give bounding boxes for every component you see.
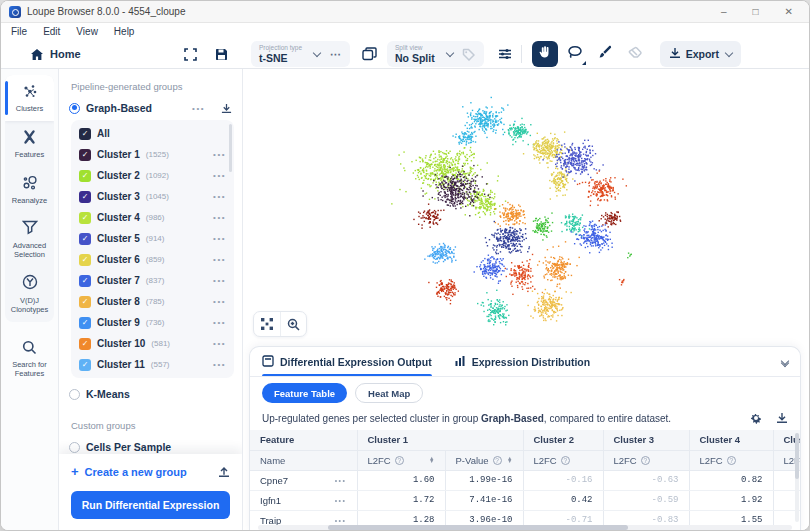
cell-value: -0.16: [523, 470, 603, 490]
cluster-menu-icon[interactable]: •••: [213, 150, 226, 159]
cluster-checkbox[interactable]: ✓: [79, 149, 91, 161]
cluster-checkbox[interactable]: ✓: [79, 128, 91, 140]
radio-icon[interactable]: [69, 442, 80, 453]
column-header-l2fc[interactable]: L2FC?▲▼: [357, 450, 445, 470]
table-row[interactable]: Cpne7•••1.601.99e-16-0.16-0.630.82: [250, 470, 801, 490]
cluster-checkbox[interactable]: ✓: [79, 212, 91, 224]
cluster-row[interactable]: ✓Cluster 9(736)•••: [71, 312, 234, 333]
sort-icon[interactable]: ▲▼: [429, 457, 434, 463]
radio-icon[interactable]: [69, 389, 80, 400]
cluster-menu-icon[interactable]: •••: [213, 297, 226, 306]
projection-view[interactable]: Differential Expression Output Expressio…: [243, 69, 809, 531]
cluster-row[interactable]: ✓Cluster 7(837)•••: [71, 270, 234, 291]
cluster-checkbox[interactable]: ✓: [79, 317, 91, 329]
cluster-checkbox[interactable]: ✓: [79, 254, 91, 266]
save-icon[interactable]: [214, 47, 229, 62]
cluster-count: (1045): [146, 192, 169, 201]
table-settings-gear-icon[interactable]: [750, 412, 762, 424]
cluster-checkbox[interactable]: ✓: [79, 296, 91, 308]
cluster-list-scrollbar[interactable]: [229, 124, 232, 172]
radio-selected-icon[interactable]: [69, 103, 80, 114]
heat-map-pill[interactable]: Heat Map: [355, 383, 423, 403]
cluster-checkbox[interactable]: ✓: [79, 359, 91, 371]
cluster-menu-icon[interactable]: •••: [213, 339, 226, 348]
sidebar-item-clusters[interactable]: Clusters: [5, 75, 54, 121]
sidebar-item-search-for-features[interactable]: Search for Features: [5, 332, 54, 386]
sidebar-item-features[interactable]: Features: [5, 121, 54, 167]
split-view-dropdown[interactable]: Split view No Split: [387, 41, 484, 67]
row-menu-icon[interactable]: •••: [335, 497, 347, 504]
row-menu-icon[interactable]: •••: [335, 477, 347, 484]
cluster-checkbox[interactable]: ✓: [79, 338, 91, 350]
projection-type-dropdown[interactable]: Projection type t-SNE ⋯: [251, 41, 350, 67]
sidebar-item-v-d-j-clonotypes[interactable]: V(D)J Clonotypes: [5, 266, 54, 321]
tab-expression-distribution[interactable]: Expression Distribution: [454, 347, 590, 376]
cluster-label: Cluster 4: [97, 212, 140, 223]
cluster-menu-icon[interactable]: •••: [213, 213, 226, 222]
cluster-checkbox[interactable]: ✓: [79, 275, 91, 287]
menu-edit[interactable]: Edit: [43, 26, 60, 37]
sidebar-item-label: V(D)J Clonotypes: [7, 296, 52, 315]
home-button[interactable]: Home: [13, 47, 81, 62]
cluster-row[interactable]: ✓Cluster 2(1092)•••: [71, 165, 234, 186]
app-window: Loupe Browser 8.0.0 - 4554_cloupe – □ ✕ …: [0, 0, 810, 531]
table-download-icon[interactable]: [776, 412, 788, 424]
cluster-menu-icon[interactable]: •••: [213, 171, 226, 180]
view-settings-icon[interactable]: [498, 47, 513, 62]
cluster-row[interactable]: ✓Cluster 11(557)•••: [71, 354, 234, 375]
cluster-row[interactable]: ✓Cluster 8(785)•••: [71, 291, 234, 312]
cluster-row[interactable]: ✓Cluster 5(914)•••: [71, 228, 234, 249]
lasso-tool-button[interactable]: [562, 41, 588, 67]
sort-icon[interactable]: ▲▼: [507, 457, 512, 463]
export-button[interactable]: Export: [660, 41, 741, 67]
cluster-menu-icon[interactable]: •••: [213, 255, 226, 264]
menu-file[interactable]: File: [11, 26, 27, 37]
column-header-p-value[interactable]: P-Value?▲▼: [445, 450, 523, 470]
pan-tool-button[interactable]: [532, 41, 558, 67]
zoom-in-icon[interactable]: [280, 312, 306, 336]
run-differential-expression-button[interactable]: Run Differential Expression: [71, 491, 230, 519]
vertical-scrollbar[interactable]: [795, 433, 799, 522]
import-group-icon[interactable]: [218, 466, 230, 478]
graph-based-group-row[interactable]: Graph-Based •••: [59, 98, 242, 118]
cluster-checkbox[interactable]: ✓: [79, 233, 91, 245]
fullscreen-icon[interactable]: [183, 47, 198, 62]
tab-differential-expression-output[interactable]: Differential Expression Output: [262, 347, 432, 376]
cluster-menu-icon[interactable]: •••: [213, 276, 226, 285]
fit-to-view-icon[interactable]: [254, 312, 280, 336]
cluster-label: Cluster 7: [97, 275, 140, 286]
cluster-row[interactable]: ✓Cluster 3(1045)•••: [71, 186, 234, 207]
tsne-scatter-plot[interactable]: [243, 69, 809, 346]
group-menu-icon[interactable]: •••: [192, 104, 205, 113]
cluster-menu-icon[interactable]: •••: [213, 234, 226, 243]
cluster-row[interactable]: ✓Cluster 6(859)•••: [71, 249, 234, 270]
row-menu-icon[interactable]: •••: [335, 517, 347, 524]
export-group-icon[interactable]: [221, 103, 232, 114]
cluster-menu-icon[interactable]: •••: [213, 318, 226, 327]
cluster-row[interactable]: ✓Cluster 10(581)•••: [71, 333, 234, 354]
projection-more-icon[interactable]: ⋯: [330, 48, 342, 61]
cluster-row[interactable]: ✓Cluster 1(1525)•••: [71, 144, 234, 165]
collapse-panel-icon[interactable]: [782, 358, 788, 366]
feature-table-pill[interactable]: Feature Table: [262, 383, 347, 403]
cluster-checkbox[interactable]: ✓: [79, 191, 91, 203]
cluster-menu-icon[interactable]: •••: [213, 360, 226, 369]
close-button[interactable]: ✕: [785, 6, 793, 17]
kmeans-group-row[interactable]: K-Means: [59, 384, 242, 404]
create-new-group-button[interactable]: + Create a new group: [71, 464, 230, 479]
brush-tool-button[interactable]: [592, 41, 618, 67]
horizontal-scrollbar[interactable]: [258, 525, 792, 530]
cluster-row[interactable]: ✓Cluster 4(986)•••: [71, 207, 234, 228]
cluster-checkbox[interactable]: ✓: [79, 170, 91, 182]
menu-view[interactable]: View: [76, 26, 98, 37]
menu-help[interactable]: Help: [114, 26, 135, 37]
maximize-button[interactable]: □: [753, 6, 759, 17]
table-row[interactable]: Igfn1•••1.727.41e-160.42-0.591.92: [250, 490, 801, 510]
eraser-tool-button[interactable]: [622, 41, 648, 67]
sidebar-item-reanalyze[interactable]: Reanalyze: [5, 167, 54, 213]
clone-view-icon[interactable]: [362, 47, 377, 62]
cluster-row[interactable]: ✓All: [71, 123, 234, 144]
minimize-button[interactable]: –: [721, 6, 727, 17]
sidebar-item-advanced-selection[interactable]: Advanced Selection: [5, 212, 54, 266]
cluster-menu-icon[interactable]: •••: [213, 192, 226, 201]
